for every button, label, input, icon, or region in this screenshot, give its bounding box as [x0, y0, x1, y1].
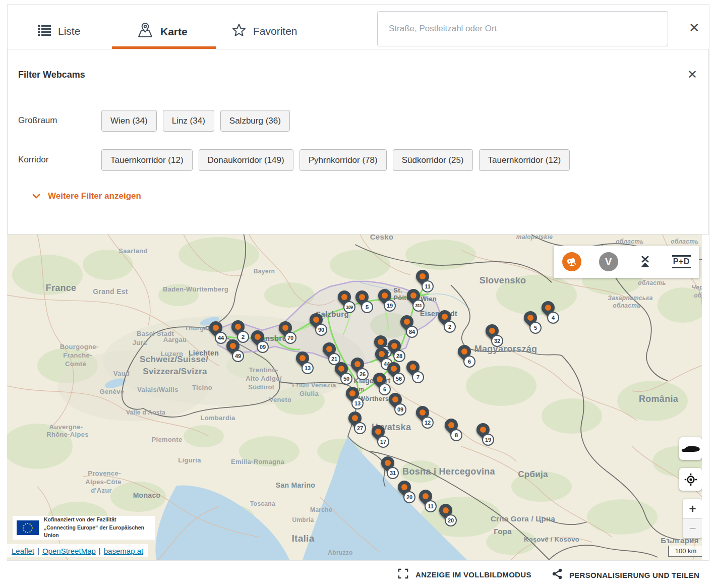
map-marker[interactable]: 49 — [226, 339, 240, 352]
tab-favoriten[interactable]: Favoriten — [232, 23, 297, 39]
marker-count-badge: 50 — [340, 373, 352, 385]
map-canvas[interactable]: ČeskomalopolskieобластьобластьSlovenskoо… — [7, 234, 702, 560]
map-marker[interactable]: 32 — [486, 324, 499, 337]
eu-funding-line2: „Connecting Europe“ der Europäischen Uni… — [44, 524, 155, 540]
map-marker[interactable]: 09 — [251, 330, 264, 343]
marker-count-badge: 26 — [356, 368, 369, 380]
tab-liste[interactable]: Liste — [38, 24, 80, 38]
map-marker[interactable]: 21 — [323, 342, 336, 356]
map-label: Grand Est — [93, 287, 128, 296]
map-marker[interactable]: 28 — [388, 339, 401, 352]
filter-button-tauernkorridor-2[interactable]: Tauernkorridor (12) — [479, 149, 570, 171]
pin-dot — [443, 507, 449, 513]
map-marker[interactable]: 19 — [476, 423, 490, 436]
share-action[interactable]: PERSONALISIERUNG UND TEILEN — [552, 568, 699, 582]
pin-dot — [392, 396, 398, 402]
map-label: область — [671, 238, 698, 245]
marker-count-badge: 11 — [425, 500, 437, 512]
map-marker[interactable]: 27 — [348, 411, 362, 425]
map-label: Giulia — [300, 390, 319, 397]
map-marker[interactable]: 56 — [387, 362, 400, 375]
map-marker[interactable]: 6 — [373, 373, 386, 386]
map-label: Svizzera/Svizra — [143, 367, 207, 377]
more-filters-toggle[interactable]: Weitere Filter anzeigen — [32, 191, 141, 201]
map-label: область — [638, 279, 666, 286]
webcam-icon[interactable] — [562, 252, 581, 271]
map-marker[interactable]: 12 — [416, 406, 429, 419]
filter-button-tauernkorridor-1[interactable]: Tauernkorridor (12) — [101, 149, 193, 171]
map-marker[interactable]: 2 — [231, 320, 245, 333]
v-badge-icon[interactable]: V — [599, 252, 618, 271]
map-marker[interactable]: 85 — [374, 335, 387, 348]
map-label: Закарпатська — [608, 295, 652, 302]
pin-dot — [354, 361, 361, 367]
filter-button-linz[interactable]: Linz (34) — [163, 110, 214, 132]
tab-liste-label: Liste — [58, 25, 80, 37]
map-marker[interactable]: 6 — [458, 345, 471, 358]
map-marker[interactable]: 26 — [351, 358, 364, 371]
map-marker[interactable]: 311 — [407, 289, 420, 302]
map-marker[interactable]: 7 — [406, 361, 420, 374]
filter-panel-close-icon[interactable]: ✕ — [687, 69, 697, 81]
map-marker[interactable]: 2 — [438, 310, 451, 323]
map-label: Valle d'Aosta — [126, 409, 165, 416]
map-marker[interactable]: 31 — [381, 456, 394, 469]
filter-button-suedkorridor[interactable]: Südkorridor (25) — [393, 149, 473, 171]
filter-button-donaukorridor[interactable]: Donaukorridor (149) — [199, 149, 293, 171]
map-marker[interactable]: 4 — [542, 301, 555, 314]
widget-close-icon[interactable]: ✕ — [689, 21, 700, 34]
map-label: Србија — [518, 469, 548, 480]
pin-dot — [213, 325, 219, 331]
zoom-in-button[interactable]: + — [683, 499, 702, 519]
austria-shape-button[interactable] — [679, 437, 702, 460]
map-marker[interactable]: 09 — [389, 393, 402, 406]
map-marker[interactable]: 8 — [445, 419, 458, 432]
fullscreen-action[interactable]: ANZEIGE IM VOLLBILDMODUS — [397, 568, 531, 581]
map-marker[interactable]: 50 — [335, 362, 348, 375]
map-marker[interactable]: 44 — [375, 347, 388, 361]
austria-silhouette-icon — [681, 443, 701, 454]
marker-count-badge: 20 — [445, 514, 457, 526]
locate-button[interactable] — [679, 468, 702, 491]
filter-button-pyhrnkorridor[interactable]: Pyhrnkorridor (78) — [300, 149, 387, 171]
map-marker[interactable]: 84 — [400, 315, 413, 328]
map-marker[interactable]: 13 — [346, 387, 359, 400]
attribution-link-leaflet[interactable]: Leaflet — [12, 547, 34, 555]
fullscreen-icon — [397, 568, 409, 581]
map-marker[interactable]: 44 — [209, 321, 222, 334]
map-marker[interactable]: 5 — [355, 290, 369, 304]
map-label: Jura — [133, 339, 147, 346]
map-marker[interactable]: 13 — [296, 351, 309, 365]
marker-count-badge: 09 — [394, 403, 406, 416]
map-marker[interactable]: 11 — [419, 490, 432, 503]
filter-button-salzburg[interactable]: Salzburg (36) — [220, 110, 290, 132]
tab-karte-label: Karte — [160, 26, 188, 38]
map-marker[interactable]: 90 — [310, 313, 323, 326]
zoom-out-button[interactable]: − — [683, 519, 702, 538]
search-input[interactable] — [377, 11, 668, 46]
attribution-link-openstreetmap[interactable]: OpenStreetMap — [42, 547, 96, 555]
marker-count-badge: 6 — [463, 356, 475, 368]
tab-karte[interactable]: Karte — [137, 22, 188, 41]
filter-button-wien[interactable]: Wien (34) — [101, 110, 157, 132]
map-marker[interactable]: 70 — [279, 321, 292, 334]
marker-count-badge: 11 — [422, 280, 434, 292]
map-marker[interactable]: 19 — [378, 289, 391, 302]
map-marker[interactable]: 189 — [338, 290, 351, 304]
attribution-link-basemap[interactable]: basemap.at — [104, 547, 143, 555]
map-label: Ticino — [192, 384, 212, 391]
map-label: Provence- — [88, 469, 121, 477]
roadworks-icon[interactable] — [635, 252, 654, 271]
map-marker[interactable]: 20 — [439, 504, 452, 517]
map-marker[interactable]: 5 — [524, 311, 537, 324]
p-plus-d-icon[interactable]: P+D — [672, 255, 691, 268]
pin-dot — [352, 415, 358, 421]
pin-dot — [300, 355, 306, 361]
map-marker[interactable]: 11 — [416, 270, 429, 283]
marker-count-badge: 49 — [232, 350, 244, 362]
map-marker[interactable]: 20 — [398, 481, 411, 494]
marker-count-badge: 13 — [351, 397, 364, 409]
marker-count-badge: 8 — [450, 429, 462, 441]
map-marker[interactable]: 17 — [372, 425, 385, 438]
pin-dot — [235, 324, 241, 330]
